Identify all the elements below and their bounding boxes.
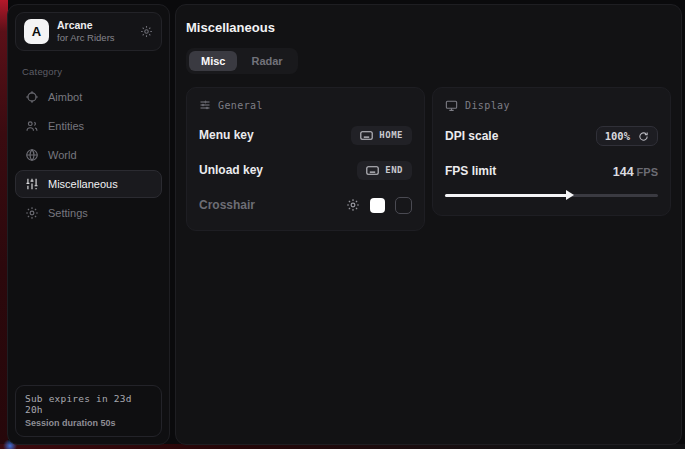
globe-icon (25, 148, 39, 162)
general-card-header: General (199, 99, 412, 111)
fps-limit-slider[interactable] (445, 189, 658, 201)
keyboard-icon (366, 165, 379, 176)
sidebar-item-label: Entities (48, 120, 84, 132)
menu-key-label: Menu key (199, 128, 254, 142)
app-logo: A (24, 19, 49, 44)
unload-key-bind-button[interactable]: END (357, 161, 412, 180)
cycle-icon (638, 131, 649, 142)
menu-key-value: HOME (379, 130, 403, 140)
sidebar-item-aimbot[interactable]: Aimbot (15, 83, 162, 111)
crosshair-row: Crosshair (199, 194, 412, 216)
display-card: Display DPI scale 100% FPS limit 144FPS (432, 87, 671, 216)
tab-bar: Misc Radar (186, 48, 298, 74)
sliders-icon (25, 177, 39, 191)
dpi-scale-label: DPI scale (445, 129, 498, 143)
sliders-horizontal-icon (199, 99, 211, 111)
session-duration-text: Session duration 50s (25, 418, 152, 428)
fps-slider-thumb[interactable] (566, 190, 574, 200)
menu-key-bind-button[interactable]: HOME (351, 126, 412, 145)
unload-key-label: Unload key (199, 163, 263, 177)
sidebar-item-settings[interactable]: Settings (15, 199, 162, 227)
dpi-scale-selector[interactable]: 100% (596, 126, 658, 146)
gear-icon (25, 206, 39, 220)
general-card: General Menu key HOME Unload key (186, 87, 425, 231)
keyboard-icon (360, 130, 373, 141)
crosshair-settings-gear-icon[interactable] (346, 198, 360, 212)
crosshair-label: Crosshair (199, 198, 255, 212)
fps-limit-value: 144 (613, 165, 634, 179)
fps-limit-readout: 144FPS (613, 162, 658, 180)
fps-limit-unit: FPS (637, 166, 658, 178)
category-label: Category (22, 66, 155, 77)
tab-misc[interactable]: Misc (189, 51, 237, 71)
sidebar-item-label: Settings (48, 207, 88, 219)
crosshair-color-swatch[interactable] (370, 198, 385, 213)
app-subtitle: for Arc Riders (57, 32, 115, 44)
main-panel: Miscellaneous Misc Radar General Menu ke… (175, 4, 682, 445)
sidebar-item-label: World (48, 149, 77, 161)
sub-expires-text: Sub expires in 23d 20h (25, 393, 152, 415)
general-card-title: General (218, 100, 263, 111)
account-gear-icon[interactable] (140, 25, 153, 38)
crosshair-icon (25, 90, 39, 104)
page-title: Miscellaneous (186, 20, 671, 35)
crosshair-checkbox[interactable] (395, 197, 412, 214)
display-card-header: Display (445, 99, 658, 112)
tab-radar[interactable]: Radar (239, 51, 294, 71)
account-card[interactable]: A Arcane for Arc Riders (15, 12, 162, 51)
sidebar-item-label: Aimbot (48, 91, 82, 103)
menu-key-row: Menu key HOME (199, 124, 412, 146)
crosshair-controls (346, 197, 412, 214)
sidebar-item-miscellaneous[interactable]: Miscellaneous (15, 170, 162, 198)
sidebar-item-label: Miscellaneous (48, 178, 118, 190)
monitor-icon (445, 99, 458, 112)
unload-key-row: Unload key END (199, 159, 412, 181)
settings-cards: General Menu key HOME Unload key (186, 87, 671, 231)
sidebar-item-entities[interactable]: Entities (15, 112, 162, 140)
display-card-title: Display (465, 100, 510, 111)
unload-key-value: END (385, 165, 403, 175)
fps-limit-label: FPS limit (445, 164, 496, 178)
subscription-status-box: Sub expires in 23d 20h Session duration … (15, 385, 162, 437)
account-info: Arcane for Arc Riders (57, 19, 115, 44)
fps-limit-row: FPS limit 144FPS (445, 160, 658, 182)
dpi-scale-row: DPI scale 100% (445, 125, 658, 147)
entities-icon (25, 119, 39, 133)
fps-slider-fill (445, 194, 569, 197)
sidebar: A Arcane for Arc Riders Category Aimbot … (7, 4, 170, 445)
sidebar-item-world[interactable]: World (15, 141, 162, 169)
app-name: Arcane (57, 19, 115, 32)
dpi-scale-value: 100% (605, 130, 630, 142)
